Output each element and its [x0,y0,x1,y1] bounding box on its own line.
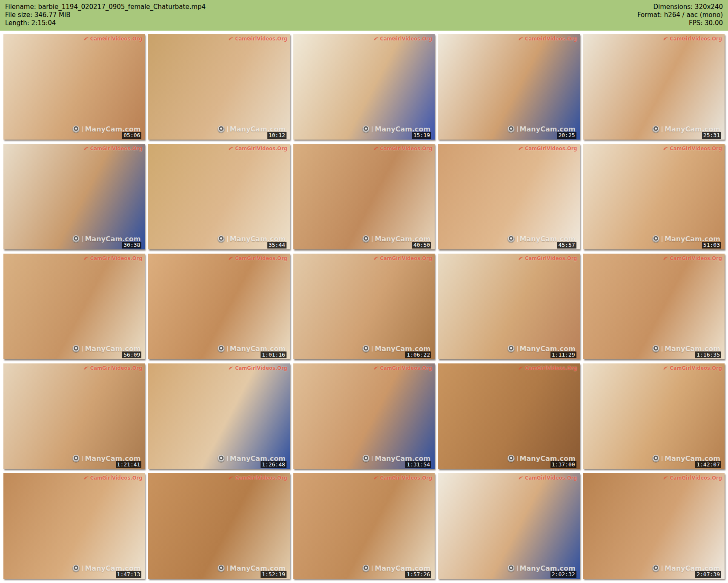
wing-logo-icon [663,37,668,41]
watermark-separator [517,346,518,352]
video-thumbnail: CamGirlVideos.OrgManyCam.com30:38 [3,144,145,249]
watermark-separator [372,456,373,461]
video-thumbnail: CamGirlVideos.OrgManyCam.com45:57 [438,144,579,249]
video-thumbnail: CamGirlVideos.OrgManyCam.com15:19 [293,34,435,140]
camgirlvideos-watermark-text: CamGirlVideos.Org [90,36,143,42]
camgirlvideos-watermark: CamGirlVideos.Org [83,365,143,371]
camgirlvideos-watermark: CamGirlVideos.Org [663,475,722,481]
camgirlvideos-watermark: CamGirlVideos.Org [83,475,143,481]
camgirlvideos-watermark: CamGirlVideos.Org [518,475,577,481]
camgirlvideos-watermark-text: CamGirlVideos.Org [235,146,287,151]
camgirlvideos-watermark: CamGirlVideos.Org [518,255,577,261]
timestamp-badge: 2:07:39 [695,571,721,578]
watermark-separator [662,456,662,461]
camgirlvideos-watermark: CamGirlVideos.Org [663,255,722,261]
timestamp-badge: 30:38 [122,242,141,249]
webcam-icon [218,235,225,243]
video-thumbnail: CamGirlVideos.OrgManyCam.com40:50 [293,144,435,249]
camgirlvideos-watermark: CamGirlVideos.Org [228,475,287,481]
webcam-icon [72,126,80,133]
timestamp-badge: 1:42:07 [695,461,721,468]
camgirlvideos-watermark-text: CamGirlVideos.Org [380,475,433,481]
watermark-separator [82,456,83,461]
webcam-icon [72,235,80,243]
camgirlvideos-watermark: CamGirlVideos.Org [663,146,722,151]
webcam-icon [72,455,80,462]
watermark-separator [372,126,373,132]
camgirlvideos-watermark: CamGirlVideos.Org [373,475,433,481]
filesize-line: File size: 346.77 MiB [5,11,206,19]
timestamp-badge: 1:37:00 [550,461,576,468]
camgirlvideos-watermark-text: CamGirlVideos.Org [380,365,433,371]
wing-logo-icon [663,146,668,151]
wing-logo-icon [83,146,89,151]
timestamp-badge: 1:21:41 [116,461,142,468]
wing-logo-icon [518,256,524,260]
timestamp-badge: 05:06 [122,132,141,139]
camgirlvideos-watermark: CamGirlVideos.Org [83,146,143,151]
camgirlvideos-watermark-text: CamGirlVideos.Org [380,255,433,261]
wing-logo-icon [228,37,234,41]
timestamp-badge: 45:57 [557,242,576,249]
wing-logo-icon [518,146,524,151]
watermark-separator [372,566,373,571]
camgirlvideos-watermark-text: CamGirlVideos.Org [235,36,287,42]
timestamp-badge: 1:31:54 [405,461,431,468]
camgirlvideos-watermark-text: CamGirlVideos.Org [235,255,287,261]
camgirlvideos-watermark: CamGirlVideos.Org [228,36,287,42]
webcam-icon [652,455,659,462]
camgirlvideos-watermark: CamGirlVideos.Org [228,146,287,151]
webcam-icon [507,565,515,572]
webcam-icon [362,345,370,352]
watermark-separator [227,456,228,461]
camgirlvideos-watermark-text: CamGirlVideos.Org [380,36,433,42]
watermark-separator [662,566,662,571]
watermark-separator [227,236,228,242]
camgirlvideos-watermark-text: CamGirlVideos.Org [525,255,577,261]
video-thumbnail: CamGirlVideos.OrgManyCam.com1:06:22 [293,254,435,359]
webcam-icon [507,455,515,462]
wing-logo-icon [228,476,234,480]
format-line: Format: h264 / aac (mono) [637,11,723,19]
video-thumbnail: CamGirlVideos.OrgManyCam.com1:57:26 [293,473,435,579]
camgirlvideos-watermark: CamGirlVideos.Org [228,255,287,261]
camgirlvideos-watermark: CamGirlVideos.Org [83,255,143,261]
webcam-icon [507,235,515,243]
camgirlvideos-watermark-text: CamGirlVideos.Org [525,36,577,42]
camgirlvideos-watermark: CamGirlVideos.Org [518,36,577,42]
wing-logo-icon [83,476,89,480]
camgirlvideos-watermark-text: CamGirlVideos.Org [90,475,143,481]
watermark-separator [82,566,83,571]
camgirlvideos-watermark: CamGirlVideos.Org [373,365,433,371]
media-info-header: Filename: barbie_1194_020217_0905_female… [0,0,728,31]
camgirlvideos-watermark-text: CamGirlVideos.Org [90,146,143,151]
wing-logo-icon [518,37,524,41]
wing-logo-icon [228,256,234,260]
video-thumbnail: CamGirlVideos.OrgManyCam.com25:31 [583,34,725,140]
webcam-icon [218,126,225,133]
dimensions-line: Dimensions: 320x240 [637,3,723,11]
timestamp-badge: 10:12 [267,132,287,139]
timestamp-badge: 56:09 [122,352,141,358]
video-thumbnail: CamGirlVideos.OrgManyCam.com1:11:29 [438,254,579,359]
camgirlvideos-watermark-text: CamGirlVideos.Org [235,475,287,481]
camgirlvideos-watermark: CamGirlVideos.Org [373,36,433,42]
wing-logo-icon [373,256,379,260]
timestamp-badge: 1:11:29 [550,352,576,358]
watermark-separator [517,456,518,461]
camgirlvideos-watermark-text: CamGirlVideos.Org [670,146,722,151]
wing-logo-icon [518,366,524,370]
webcam-icon [362,455,370,462]
video-thumbnail: CamGirlVideos.OrgManyCam.com1:31:54 [293,363,435,469]
wing-logo-icon [518,476,524,480]
video-thumbnail: CamGirlVideos.OrgManyCam.com1:47:13 [3,473,145,579]
watermark-separator [227,346,228,352]
camgirlvideos-watermark-text: CamGirlVideos.Org [235,365,287,371]
camgirlvideos-watermark-text: CamGirlVideos.Org [90,255,143,261]
webcam-icon [72,345,80,352]
wing-logo-icon [83,366,89,370]
watermark-separator [517,566,518,571]
webcam-icon [218,565,225,572]
camgirlvideos-watermark-text: CamGirlVideos.Org [90,365,143,371]
video-thumbnail: CamGirlVideos.OrgManyCam.com2:07:39 [583,473,725,579]
